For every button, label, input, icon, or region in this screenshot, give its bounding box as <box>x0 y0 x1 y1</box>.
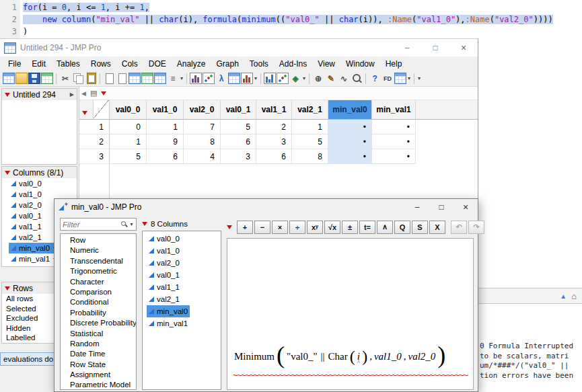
scatterplot-3d-icon[interactable] <box>277 73 289 84</box>
formula-term[interactable]: ^ <box>357 359 360 366</box>
function-category-trigonometric[interactable]: Trigonometric <box>61 266 136 276</box>
fd-icon[interactable]: FD <box>381 73 394 84</box>
row-number[interactable]: 1 <box>79 120 110 134</box>
dialog-title-bar[interactable]: + min_val0 - JMP Pro – □ × <box>54 199 478 214</box>
grid-cell[interactable]: 8 <box>184 134 221 149</box>
grid-cell[interactable]: 6 <box>256 149 292 164</box>
open-icon[interactable] <box>15 73 28 84</box>
toolbar-chevron-icon[interactable]: ▾ <box>407 75 411 81</box>
grid-cell[interactable]: 5 <box>110 149 147 164</box>
menu-file[interactable]: File <box>3 58 26 70</box>
formula-term[interactable]: ( <box>350 350 355 363</box>
grid-cell[interactable]: • <box>372 149 416 164</box>
journal-icon[interactable] <box>116 73 128 84</box>
delete-button[interactable]: X <box>429 221 445 234</box>
grid-cell[interactable]: 1 <box>110 134 147 149</box>
grid-cell[interactable]: • <box>372 120 416 134</box>
new-data-table-icon[interactable] <box>3 73 15 84</box>
menu-add-ins[interactable]: Add-Ins <box>274 58 312 70</box>
peel-expression-button[interactable]: ∧ <box>377 221 393 234</box>
maps-icon[interactable]: ◈ <box>289 73 301 84</box>
window-list-icon[interactable] <box>394 73 406 84</box>
formula-term[interactable]: ) <box>362 350 367 363</box>
formula-term[interactable]: Char <box>328 351 348 362</box>
menu-tables[interactable]: Tables <box>51 58 85 70</box>
power-button[interactable]: xʸ <box>307 221 323 234</box>
cut-icon[interactable]: ✂ <box>59 73 71 84</box>
subtract-button[interactable]: − <box>254 221 270 234</box>
function-category-date-time[interactable]: Date Time <box>61 349 136 359</box>
dialog-column-min-val1[interactable]: min_val1 <box>143 317 221 329</box>
collapse-sidebar-icon[interactable]: ◀ <box>81 90 86 97</box>
copy-icon[interactable] <box>72 73 84 84</box>
toolbar-chevron-icon[interactable]: ▾ <box>180 75 184 81</box>
multiply-button[interactable]: × <box>272 221 288 234</box>
graph-builder-icon[interactable] <box>264 73 276 84</box>
menu-tools[interactable]: Tools <box>244 58 274 70</box>
table-menu-icon[interactable] <box>5 93 10 97</box>
dialog-column-val0-1[interactable]: val0_1 <box>143 269 221 281</box>
table-panel-header[interactable]: Untitled 294 ▶ <box>2 89 77 100</box>
grid-cell[interactable]: 1 <box>292 120 328 134</box>
grid-cell[interactable]: 0 <box>110 120 147 134</box>
function-category-assignment[interactable]: Assignment <box>61 370 136 380</box>
grid-cell[interactable]: 2 <box>256 120 292 134</box>
grid-cell[interactable]: 9 <box>147 134 184 149</box>
grid-cell[interactable]: 5 <box>292 134 328 149</box>
function-category-character[interactable]: Character <box>61 277 136 287</box>
toolbar-chevron-icon[interactable]: ▾ <box>302 75 306 81</box>
function-category-discrete-probability[interactable]: Discrete Probability <box>61 318 136 328</box>
menu-doe[interactable]: DOE <box>143 58 172 70</box>
menu-cols[interactable]: Cols <box>116 58 143 70</box>
filter-input[interactable] <box>63 221 119 229</box>
menu-rows[interactable]: Rows <box>85 58 116 70</box>
grid-cell[interactable]: 1 <box>147 120 184 134</box>
column-header-val1-1[interactable]: val1_1 <box>256 100 292 120</box>
column-header-val0-0[interactable]: val0_0 <box>110 100 147 120</box>
grid-cell[interactable]: 3 <box>256 134 292 149</box>
diagonal-header-cell[interactable] <box>93 100 109 119</box>
sign-button[interactable]: ± <box>342 221 358 234</box>
column-header-val1-0[interactable]: val1_0 <box>147 100 184 120</box>
distribution-icon[interactable] <box>190 73 202 84</box>
formula-term[interactable]: , <box>369 351 372 362</box>
rows-panel-menu-icon[interactable] <box>5 286 10 290</box>
dialog-column-val2-0[interactable]: val2_0 <box>143 257 221 269</box>
function-category-transcendental[interactable]: Transcendental <box>61 256 136 266</box>
column-header-min-val0[interactable]: min_val0 <box>328 100 372 120</box>
local-variable-button[interactable]: t= <box>359 221 375 234</box>
menu-edit[interactable]: Edit <box>26 58 51 70</box>
menu-graph[interactable]: Graph <box>211 58 244 70</box>
columns-list-menu-icon[interactable] <box>142 222 147 226</box>
data-table-window-icon[interactable] <box>129 73 141 84</box>
formula-canvas[interactable]: Minimum("val0_"||Char(i^),val1_0,val2_0)… <box>227 238 474 390</box>
dialog-column-val1-0[interactable]: val1_0 <box>143 245 221 257</box>
menu-analyze[interactable]: Analyze <box>172 58 211 70</box>
summary-icon[interactable] <box>141 73 153 84</box>
go-to-top-icon[interactable]: ▲ <box>560 292 567 300</box>
rows-menu-icon[interactable] <box>82 111 87 115</box>
row-number[interactable]: 2 <box>79 134 110 149</box>
menu-help[interactable]: Help <box>380 58 408 70</box>
function-category-probability[interactable]: Probability <box>61 308 136 318</box>
maximize-button[interactable]: □ <box>421 39 449 56</box>
dialog-close-button[interactable]: × <box>453 199 478 214</box>
dialog-column-val0-0[interactable]: val0_0 <box>143 233 221 245</box>
add-button[interactable]: + <box>237 221 253 234</box>
home-window-icon[interactable]: ⌂ <box>571 291 577 301</box>
dialog-columns-header[interactable]: 8 Columns <box>142 220 188 228</box>
function-category-row-state[interactable]: Row State <box>61 360 136 370</box>
root-button[interactable]: √x <box>324 221 340 234</box>
filter-menu-chevron-icon[interactable]: ▼ <box>129 222 134 227</box>
row-selection-icon[interactable]: ≡ <box>167 73 179 84</box>
fit-y-by-x-icon[interactable] <box>203 73 215 84</box>
function-category-conditional[interactable]: Conditional <box>61 297 136 307</box>
grid-cell[interactable]: 7 <box>184 120 221 134</box>
dialog-minimize-button[interactable]: – <box>405 199 429 214</box>
tabulate-icon[interactable] <box>228 73 240 84</box>
sidebar-column-val0-0[interactable]: val0_0 <box>2 178 77 189</box>
brush-tool-icon[interactable]: ✎ <box>325 73 337 84</box>
dialog-column-min-val0[interactable]: min_val0 <box>143 305 221 317</box>
dialog-maximize-button[interactable]: □ <box>429 199 453 214</box>
dialog-column-val1-1[interactable]: val1_1 <box>143 281 221 293</box>
